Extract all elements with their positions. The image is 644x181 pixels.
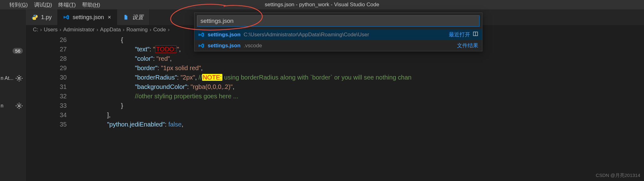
quick-open-item[interactable]: settings.jsonC:\Users\Administrator\AppD…: [195, 29, 482, 40]
tab-label: 1.py: [41, 14, 52, 21]
line-number: 33: [26, 101, 79, 110]
menu-item[interactable]: 转到(G): [6, 1, 31, 8]
chevron-right-icon: ›: [167, 27, 170, 33]
line-content[interactable]: "border": "1px solid red",: [79, 63, 203, 73]
line-content[interactable]: ],: [79, 110, 111, 120]
vscode-icon: [198, 43, 205, 49]
line-number: 31: [26, 82, 79, 91]
quick-open-item[interactable]: settings.json.vscode文件结果: [195, 40, 482, 51]
tab-settings.json[interactable]: settings.json×: [58, 9, 117, 25]
window-title: settings.json - python_work - Visual Stu…: [265, 2, 379, 8]
line-content[interactable]: "python.jediEnabled": false,: [79, 120, 183, 129]
quick-open-input[interactable]: [197, 15, 480, 27]
chevron-right-icon: ›: [96, 27, 99, 33]
line-number: 35: [26, 120, 79, 129]
svg-point-3: [35, 19, 36, 19]
sidebar-row[interactable]: [0, 85, 26, 99]
chevron-right-icon: ›: [122, 27, 125, 33]
code-line[interactable]: 33 }: [26, 101, 644, 110]
sidebar-row[interactable]: n: [0, 99, 26, 113]
sidebar-row[interactable]: [0, 16, 26, 30]
split-editor-icon[interactable]: [473, 31, 478, 38]
chevron-right-icon: ›: [149, 27, 152, 33]
line-number: 29: [26, 63, 79, 73]
code-line[interactable]: 29 "border": "1px solid red",: [26, 63, 644, 73]
sidebar-label: n: [1, 103, 19, 109]
sidebar-row-scm[interactable]: 56: [0, 44, 26, 58]
breadcrumb-item[interactable]: Roaming: [125, 27, 149, 33]
menu-item[interactable]: 调试(D): [31, 1, 55, 8]
menubar: 转到(G)调试(D)终端(T)帮助(H) settings.json - pyt…: [0, 0, 644, 9]
line-number: 32: [26, 91, 79, 101]
quick-open-panel: settings.jsonC:\Users\Administrator\AppD…: [194, 13, 482, 51]
line-content[interactable]: "color": "red",: [79, 54, 172, 63]
code-editor[interactable]: 26 {27 "text": "TODO:",28 "color": "red"…: [26, 34, 644, 181]
line-content[interactable]: //other styling properties goes here ...: [79, 91, 238, 101]
line-number: 27: [26, 44, 79, 54]
breadcrumb-item[interactable]: Code: [152, 27, 167, 33]
breadcrumb-item[interactable]: C:: [32, 27, 39, 33]
sidebar-row[interactable]: [0, 58, 26, 71]
tab-1.py[interactable]: 1.py: [26, 9, 58, 25]
close-icon[interactable]: ×: [108, 14, 111, 21]
vscode-icon: [198, 32, 205, 38]
line-number: 30: [26, 73, 79, 82]
quick-open-name: settings.json: [208, 43, 241, 49]
breadcrumb-item[interactable]: Administrator: [62, 27, 96, 33]
quick-open-path: C:\Users\Administrator\AppData\Roaming\C…: [244, 32, 449, 38]
sidebar-label: n At...: [1, 75, 19, 81]
line-content[interactable]: "backgroundColor": "rgba(0,0,0,.2)",: [79, 82, 234, 91]
chevron-right-icon: ›: [59, 27, 62, 33]
quick-open-hint: 文件结果: [457, 42, 478, 49]
quick-open-path: .vscode: [244, 43, 457, 49]
line-content[interactable]: {: [79, 35, 123, 44]
scm-badge: 56: [13, 48, 23, 54]
line-content[interactable]: "text": "TODO:",: [79, 44, 181, 54]
chevron-right-icon: ›: [39, 27, 43, 33]
code-line[interactable]: 28 "color": "red",: [26, 54, 644, 63]
breadcrumb-item[interactable]: AppData: [99, 27, 122, 33]
line-content[interactable]: }: [79, 101, 123, 110]
sidebar: 56 n At... n: [0, 9, 26, 181]
breadcrumb-item[interactable]: Users: [43, 27, 59, 33]
code-line[interactable]: 35 "python.jediEnabled": false,: [26, 120, 644, 129]
tab-label: 设置: [132, 13, 143, 21]
file-icon: [123, 14, 129, 20]
menu-item[interactable]: 帮助(H): [79, 1, 103, 8]
sidebar-row[interactable]: [0, 30, 26, 44]
vscode-icon: [63, 14, 70, 20]
tab-label: settings.json: [73, 14, 104, 21]
code-line[interactable]: 31 "backgroundColor": "rgba(0,0,0,.2)",: [26, 82, 644, 91]
line-content[interactable]: "borderRadius": "2px", //NOTE: using bor…: [79, 73, 412, 82]
quick-open-name: settings.json: [208, 32, 241, 38]
code-line[interactable]: 34 ],: [26, 110, 644, 120]
sidebar-row[interactable]: n At...: [0, 71, 26, 85]
code-line[interactable]: 32 //other styling properties goes here …: [26, 91, 644, 101]
line-number: 26: [26, 35, 79, 44]
watermark: CSDN @月亮201314: [596, 173, 640, 178]
tab-设置[interactable]: 设置: [117, 9, 149, 25]
line-number: 34: [26, 110, 79, 120]
line-number: 28: [26, 54, 79, 63]
menu-item[interactable]: 终端(T): [55, 1, 79, 8]
svg-point-2: [34, 15, 34, 16]
code-line[interactable]: 30 "borderRadius": "2px", //NOTE: using …: [26, 73, 644, 82]
python-icon: [32, 14, 38, 20]
quick-open-hint: 最近打开: [449, 31, 470, 38]
